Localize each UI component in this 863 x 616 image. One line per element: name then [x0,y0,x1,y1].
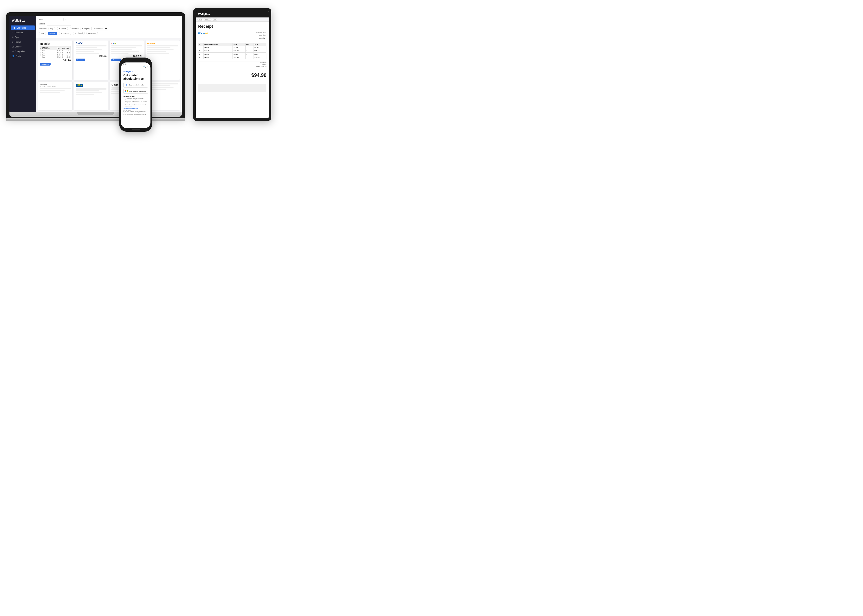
sidebar-item-entities[interactable]: ⊞ Entities [9,44,36,49]
tablet-logo-row: Walmart INVOICE DATE ___/___ DUE DATE __… [198,32,266,39]
tablet-top-bar: WellyBox [196,11,269,17]
due-date-value: ___/___ [256,36,266,38]
laptop-sidebar: WellyBox 📋 Expenses ✓ Accounts ↻ Sync ◈ … [9,16,36,112]
table-row: 1Item 1$5.001$4.90 [40,50,71,52]
office365-signup-btn[interactable]: Sign Up with Office 365 [123,89,148,94]
tab-col-num: # [198,43,203,46]
table-row: 4Item 4$15.001$80.00 [40,56,71,58]
table-row: 2Item 2$10.001$10.00 [198,49,266,53]
table-row: 3Item 3$5.001$5.00 [40,54,71,56]
expenses-icon: 📋 [13,27,16,29]
paypal-connect-btn[interactable]: Connect [76,58,85,61]
laptop-main-content: From To Vendor Accounts Any Business Per… [36,16,182,112]
laptop-screen-inner: WellyBox 📋 Expenses ✓ Accounts ↻ Sync ◈ … [9,16,182,112]
phone-home-bar [132,129,140,130]
type-personal-btn[interactable]: Personal [70,27,81,30]
tablet-receipt-area: Receipt Walmart INVOICE DATE ___/___ DUE… [196,22,269,94]
status-irrelevant-btn[interactable]: Irrelevant [87,31,98,35]
check-icon-3: ✓ [123,104,124,106]
accounts-icon: ✓ [12,31,14,34]
ikea-logo: IKEA [76,84,83,87]
table-row: 3Item 3$5.001$5.00 [198,53,266,56]
bullet-2: • [123,114,124,115]
from-date-input[interactable] [45,18,63,21]
to-date-input[interactable] [69,18,87,21]
tab-col-total: Total [254,43,266,46]
invoice-meta: INVOICE DATE ___/___ DUE DATE ___/___ IN… [256,32,266,39]
type-any-btn[interactable]: Any [48,27,55,30]
tablet-filter-any[interactable]: Any [212,18,217,20]
sidebar-item-categories[interactable]: ⚙ Categories [9,49,36,54]
status-inprocess-btn[interactable]: In process [59,31,71,35]
paypal-logo: PayPal [76,42,107,44]
laptop-notch [77,112,114,115]
receipt-card-ikea: IKEA [74,82,108,110]
sidebar-item-profile[interactable]: 👤 Profile [9,54,36,58]
from-label: From [39,18,43,20]
ning-logo: ning.com [40,83,71,85]
table-row: 4Item 4$15.001$10.00 [198,56,266,59]
tablet-filter-select[interactable]: Select... [204,18,211,20]
sidebar-item-expenses[interactable]: 📋 Expenses [11,25,35,30]
tablet-filter-type[interactable]: Type [197,18,203,20]
feature-text-2: Connected to the most popular tracking a… [125,101,148,104]
receipts-grid: Receipt # Product Description Price Qty … [36,38,182,112]
table-row: 2Item 2$10.001$10.00 [40,52,71,54]
laptop-device: WellyBox 📋 Expenses ✓ Accounts ↻ Sync ◈ … [6,13,185,121]
phone-toolbar: 🔍 ☰ [121,66,151,68]
google-btn-label: Sign up with Google [129,84,144,86]
profile-icon: 👤 [12,55,14,57]
receipt-card-ning: ning.com PLACING SPACE HERE [38,82,72,110]
col-price: Price [56,46,62,50]
phone-tagline: Get startedabsolutely free. [123,74,148,80]
feature-item-2: ✓ Connected to the most popular tracking… [123,101,148,104]
laptop-screen-outer: WellyBox 📋 Expenses ✓ Accounts ↻ Sync ◈ … [6,13,185,118]
tablet-gray-section [198,84,266,92]
download-button[interactable]: Download [40,63,50,66]
type-business-btn[interactable]: Business [57,27,68,30]
amazon-logo: amazon [147,42,178,44]
trust-item-1: • We save all items just as we got it an… [123,111,148,113]
why-wellybox-title: Why WellyBox [123,95,148,97]
phone-brand-label: WellyBox [123,70,148,73]
category-label: Category [82,28,90,30]
invoice-date-label: INVOICE DATE [256,32,266,33]
sidebar-item-portals[interactable]: ◈ Portals [9,40,36,44]
col-num: # [40,46,42,50]
ebay-total: $592.28 [112,55,142,58]
tablet-receipt-title: Receipt [198,24,266,29]
subtotal-label: Subtotal [198,62,266,64]
phone-content: WellyBox Get startedabsolutely free. G S… [121,68,151,119]
phone-search-icon[interactable]: 🔍 [143,66,146,68]
tablet-logo: WellyBox [198,13,210,16]
tablet-big-total: $94.90 [198,70,266,80]
entities-icon: ⊞ [12,46,14,48]
receipt-card-paypal: PayPal $92.74 Connect [74,41,108,80]
feature-item-1: ✓ Automatically collects all receipts & … [123,98,148,101]
sidebar-item-accounts[interactable]: ✓ Accounts [9,30,36,35]
due-date-label: DUE DATE [256,35,266,36]
bullet-1: • [123,111,124,112]
phone-menu-icon[interactable]: ☰ [146,66,148,68]
check-icon-2: ✓ [123,101,124,103]
microsoft-icon [125,90,128,93]
category-select[interactable]: Select One [91,27,108,30]
status-any-btn[interactable]: Any [39,31,46,35]
trust-title: Trust Must Be Earned [123,108,148,109]
receipt-total: $94.90 [40,59,71,62]
sidebar-logo: WellyBox [9,19,36,25]
categories-icon: ⚙ [12,50,14,53]
sidebar-item-sync[interactable]: ↻ Sync [9,35,36,40]
phone-notch [131,60,141,62]
phone-device: 10:10 ▪▪▪ 🔍 ☰ WellyBox Get startedabsolu… [119,58,152,132]
status-published-btn[interactable]: Published [73,31,85,35]
google-signup-btn[interactable]: G Sign up with Google [123,83,148,88]
tablet-screen: WellyBox Type Select... Any Receipt Walm… [196,11,269,118]
feature-item-3: ✓ Track, filter, and have access from al… [123,104,148,107]
portals-icon: ◈ [12,41,14,43]
ebay-logo: ebay [112,42,142,44]
status-review-btn[interactable]: Review [48,31,58,35]
ning-placeholder: PLACING SPACE HERE [40,86,71,87]
vendor-input[interactable] [47,22,71,25]
receipt-table: # Product Description Price Qty Total 1I… [40,46,71,58]
